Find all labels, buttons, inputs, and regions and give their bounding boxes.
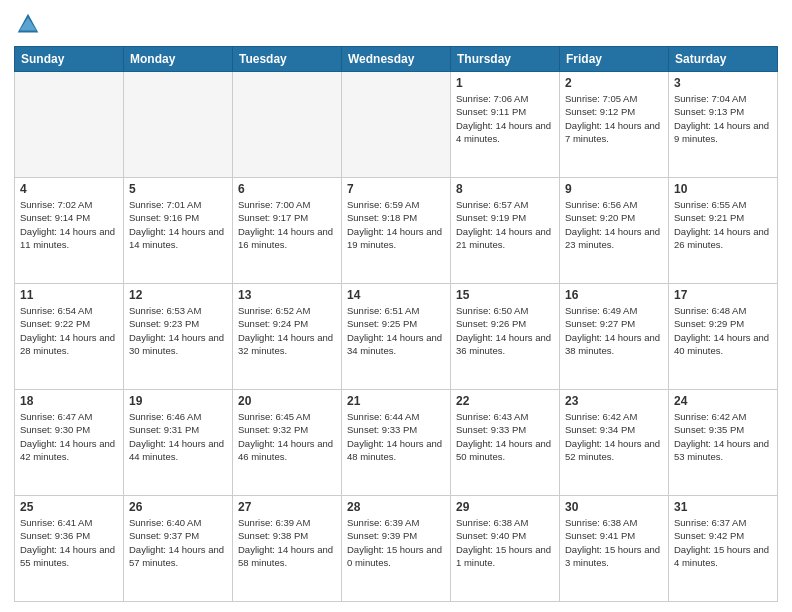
day-cell: 29Sunrise: 6:38 AM Sunset: 9:40 PM Dayli… (451, 496, 560, 602)
calendar-table: SundayMondayTuesdayWednesdayThursdayFrid… (14, 46, 778, 602)
day-cell: 11Sunrise: 6:54 AM Sunset: 9:22 PM Dayli… (15, 284, 124, 390)
day-cell: 26Sunrise: 6:40 AM Sunset: 9:37 PM Dayli… (124, 496, 233, 602)
day-detail: Sunrise: 6:59 AM Sunset: 9:18 PM Dayligh… (347, 198, 445, 251)
day-detail: Sunrise: 6:43 AM Sunset: 9:33 PM Dayligh… (456, 410, 554, 463)
day-cell: 27Sunrise: 6:39 AM Sunset: 9:38 PM Dayli… (233, 496, 342, 602)
day-number: 7 (347, 182, 445, 196)
day-number: 17 (674, 288, 772, 302)
page: SundayMondayTuesdayWednesdayThursdayFrid… (0, 0, 792, 612)
day-detail: Sunrise: 6:45 AM Sunset: 9:32 PM Dayligh… (238, 410, 336, 463)
day-cell: 3Sunrise: 7:04 AM Sunset: 9:13 PM Daylig… (669, 72, 778, 178)
day-number: 21 (347, 394, 445, 408)
day-cell: 5Sunrise: 7:01 AM Sunset: 9:16 PM Daylig… (124, 178, 233, 284)
week-row-1: 1Sunrise: 7:06 AM Sunset: 9:11 PM Daylig… (15, 72, 778, 178)
day-detail: Sunrise: 6:40 AM Sunset: 9:37 PM Dayligh… (129, 516, 227, 569)
day-cell: 2Sunrise: 7:05 AM Sunset: 9:12 PM Daylig… (560, 72, 669, 178)
weekday-header-saturday: Saturday (669, 47, 778, 72)
weekday-header-thursday: Thursday (451, 47, 560, 72)
day-detail: Sunrise: 6:57 AM Sunset: 9:19 PM Dayligh… (456, 198, 554, 251)
day-cell: 19Sunrise: 6:46 AM Sunset: 9:31 PM Dayli… (124, 390, 233, 496)
week-row-2: 4Sunrise: 7:02 AM Sunset: 9:14 PM Daylig… (15, 178, 778, 284)
day-number: 2 (565, 76, 663, 90)
day-number: 9 (565, 182, 663, 196)
day-cell: 13Sunrise: 6:52 AM Sunset: 9:24 PM Dayli… (233, 284, 342, 390)
day-cell: 22Sunrise: 6:43 AM Sunset: 9:33 PM Dayli… (451, 390, 560, 496)
day-detail: Sunrise: 7:05 AM Sunset: 9:12 PM Dayligh… (565, 92, 663, 145)
day-cell: 14Sunrise: 6:51 AM Sunset: 9:25 PM Dayli… (342, 284, 451, 390)
day-detail: Sunrise: 6:39 AM Sunset: 9:38 PM Dayligh… (238, 516, 336, 569)
day-number: 14 (347, 288, 445, 302)
day-detail: Sunrise: 6:41 AM Sunset: 9:36 PM Dayligh… (20, 516, 118, 569)
day-detail: Sunrise: 7:00 AM Sunset: 9:17 PM Dayligh… (238, 198, 336, 251)
day-detail: Sunrise: 6:56 AM Sunset: 9:20 PM Dayligh… (565, 198, 663, 251)
day-detail: Sunrise: 7:01 AM Sunset: 9:16 PM Dayligh… (129, 198, 227, 251)
day-cell: 8Sunrise: 6:57 AM Sunset: 9:19 PM Daylig… (451, 178, 560, 284)
day-cell: 1Sunrise: 7:06 AM Sunset: 9:11 PM Daylig… (451, 72, 560, 178)
day-cell: 9Sunrise: 6:56 AM Sunset: 9:20 PM Daylig… (560, 178, 669, 284)
day-number: 26 (129, 500, 227, 514)
header (14, 10, 778, 38)
day-detail: Sunrise: 6:55 AM Sunset: 9:21 PM Dayligh… (674, 198, 772, 251)
day-number: 18 (20, 394, 118, 408)
day-cell: 6Sunrise: 7:00 AM Sunset: 9:17 PM Daylig… (233, 178, 342, 284)
day-number: 23 (565, 394, 663, 408)
day-detail: Sunrise: 6:52 AM Sunset: 9:24 PM Dayligh… (238, 304, 336, 357)
day-detail: Sunrise: 6:39 AM Sunset: 9:39 PM Dayligh… (347, 516, 445, 569)
day-cell: 17Sunrise: 6:48 AM Sunset: 9:29 PM Dayli… (669, 284, 778, 390)
day-number: 28 (347, 500, 445, 514)
day-detail: Sunrise: 6:38 AM Sunset: 9:41 PM Dayligh… (565, 516, 663, 569)
day-cell (342, 72, 451, 178)
day-cell (15, 72, 124, 178)
day-cell: 4Sunrise: 7:02 AM Sunset: 9:14 PM Daylig… (15, 178, 124, 284)
day-cell: 18Sunrise: 6:47 AM Sunset: 9:30 PM Dayli… (15, 390, 124, 496)
day-detail: Sunrise: 6:42 AM Sunset: 9:34 PM Dayligh… (565, 410, 663, 463)
day-number: 15 (456, 288, 554, 302)
day-number: 29 (456, 500, 554, 514)
day-detail: Sunrise: 7:02 AM Sunset: 9:14 PM Dayligh… (20, 198, 118, 251)
day-cell (124, 72, 233, 178)
day-number: 24 (674, 394, 772, 408)
day-number: 8 (456, 182, 554, 196)
day-cell: 16Sunrise: 6:49 AM Sunset: 9:27 PM Dayli… (560, 284, 669, 390)
day-number: 31 (674, 500, 772, 514)
day-detail: Sunrise: 6:44 AM Sunset: 9:33 PM Dayligh… (347, 410, 445, 463)
day-number: 1 (456, 76, 554, 90)
day-number: 20 (238, 394, 336, 408)
day-number: 3 (674, 76, 772, 90)
weekday-row: SundayMondayTuesdayWednesdayThursdayFrid… (15, 47, 778, 72)
weekday-header-sunday: Sunday (15, 47, 124, 72)
day-number: 6 (238, 182, 336, 196)
svg-marker-1 (20, 17, 37, 30)
day-detail: Sunrise: 6:53 AM Sunset: 9:23 PM Dayligh… (129, 304, 227, 357)
day-cell: 15Sunrise: 6:50 AM Sunset: 9:26 PM Dayli… (451, 284, 560, 390)
day-number: 11 (20, 288, 118, 302)
day-cell: 28Sunrise: 6:39 AM Sunset: 9:39 PM Dayli… (342, 496, 451, 602)
day-detail: Sunrise: 6:42 AM Sunset: 9:35 PM Dayligh… (674, 410, 772, 463)
day-cell: 25Sunrise: 6:41 AM Sunset: 9:36 PM Dayli… (15, 496, 124, 602)
week-row-5: 25Sunrise: 6:41 AM Sunset: 9:36 PM Dayli… (15, 496, 778, 602)
day-cell: 24Sunrise: 6:42 AM Sunset: 9:35 PM Dayli… (669, 390, 778, 496)
calendar-body: 1Sunrise: 7:06 AM Sunset: 9:11 PM Daylig… (15, 72, 778, 602)
day-detail: Sunrise: 6:51 AM Sunset: 9:25 PM Dayligh… (347, 304, 445, 357)
day-number: 13 (238, 288, 336, 302)
logo (14, 10, 46, 38)
day-cell: 12Sunrise: 6:53 AM Sunset: 9:23 PM Dayli… (124, 284, 233, 390)
day-detail: Sunrise: 6:46 AM Sunset: 9:31 PM Dayligh… (129, 410, 227, 463)
day-detail: Sunrise: 6:54 AM Sunset: 9:22 PM Dayligh… (20, 304, 118, 357)
day-cell: 21Sunrise: 6:44 AM Sunset: 9:33 PM Dayli… (342, 390, 451, 496)
weekday-header-monday: Monday (124, 47, 233, 72)
weekday-header-wednesday: Wednesday (342, 47, 451, 72)
week-row-3: 11Sunrise: 6:54 AM Sunset: 9:22 PM Dayli… (15, 284, 778, 390)
day-detail: Sunrise: 6:50 AM Sunset: 9:26 PM Dayligh… (456, 304, 554, 357)
day-detail: Sunrise: 6:47 AM Sunset: 9:30 PM Dayligh… (20, 410, 118, 463)
day-number: 5 (129, 182, 227, 196)
day-detail: Sunrise: 6:38 AM Sunset: 9:40 PM Dayligh… (456, 516, 554, 569)
day-number: 4 (20, 182, 118, 196)
day-cell: 30Sunrise: 6:38 AM Sunset: 9:41 PM Dayli… (560, 496, 669, 602)
calendar-header: SundayMondayTuesdayWednesdayThursdayFrid… (15, 47, 778, 72)
day-cell: 20Sunrise: 6:45 AM Sunset: 9:32 PM Dayli… (233, 390, 342, 496)
day-number: 12 (129, 288, 227, 302)
day-number: 10 (674, 182, 772, 196)
day-cell: 7Sunrise: 6:59 AM Sunset: 9:18 PM Daylig… (342, 178, 451, 284)
day-detail: Sunrise: 6:37 AM Sunset: 9:42 PM Dayligh… (674, 516, 772, 569)
